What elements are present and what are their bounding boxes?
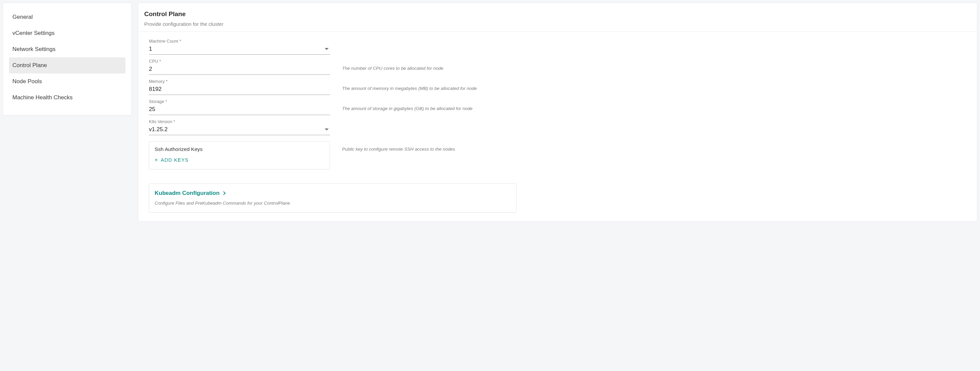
k8s-version-field: K8s Version * v1.25.2: [149, 119, 330, 135]
storage-label: Storage *: [149, 99, 330, 104]
cpu-hint: The number of CPU cores to be allocated …: [342, 66, 966, 75]
sidebar: General vCenter Settings Network Setting…: [3, 3, 132, 115]
page-title: Control Plane: [144, 10, 971, 18]
sidebar-item-control-plane[interactable]: Control Plane: [9, 57, 126, 73]
chevron-down-icon: [325, 129, 329, 131]
add-keys-button[interactable]: + Add Keys: [154, 157, 188, 163]
form-row-machine-count: Machine Count * 1: [149, 38, 966, 55]
sidebar-item-label: Control Plane: [13, 62, 47, 68]
sidebar-item-general[interactable]: General: [9, 9, 126, 25]
machine-count-label: Machine Count *: [149, 38, 330, 44]
machine-count-field: Machine Count * 1: [149, 38, 330, 55]
memory-label: Memory *: [149, 79, 330, 84]
ssh-title: Ssh Authorized Keys: [154, 146, 324, 152]
storage-input[interactable]: [149, 106, 330, 113]
storage-field: Storage *: [149, 99, 330, 115]
plus-icon: +: [154, 157, 158, 163]
chevron-right-icon: [222, 191, 225, 195]
sidebar-item-vcenter-settings[interactable]: vCenter Settings: [9, 25, 126, 41]
sidebar-item-machine-health-checks[interactable]: Machine Health Checks: [9, 89, 126, 106]
sidebar-item-label: Network Settings: [13, 46, 56, 53]
form-row-cpu: CPU * The number of CPU cores to be allo…: [149, 59, 966, 75]
form-row-k8s-version: K8s Version * v1.25.2: [149, 119, 966, 135]
cpu-input[interactable]: [149, 66, 330, 72]
sidebar-item-label: General: [13, 14, 33, 20]
cpu-field: CPU *: [149, 59, 330, 75]
memory-field: Memory *: [149, 79, 330, 95]
ssh-hint: Public key to configure remote SSH acces…: [342, 141, 966, 156]
sidebar-item-label: vCenter Settings: [13, 30, 55, 36]
kubeadm-desc: Configure Files and PreKubeadm Commands …: [154, 201, 511, 205]
sidebar-list: General vCenter Settings Network Setting…: [3, 9, 132, 106]
machine-count-value: 1: [149, 46, 325, 53]
main-header: Control Plane Provide configuration for …: [138, 3, 977, 32]
memory-hint: The amount of memory in megabytes (MB) t…: [342, 86, 966, 95]
cpu-label: CPU *: [149, 59, 330, 64]
k8s-version-select[interactable]: v1.25.2: [149, 125, 330, 135]
sidebar-item-network-settings[interactable]: Network Settings: [9, 41, 126, 57]
k8s-version-value: v1.25.2: [149, 126, 325, 133]
k8s-version-label: K8s Version *: [149, 119, 330, 124]
ssh-card: Ssh Authorized Keys + Add Keys: [149, 141, 330, 169]
kubeadm-title-label: Kubeadm Configuration: [154, 190, 220, 197]
form-row-memory: Memory * The amount of memory in megabyt…: [149, 79, 966, 95]
page-subtitle: Provide configuration for the cluster: [144, 21, 971, 27]
form-row-kubeadm: Kubeadm Configuration Configure Files an…: [149, 183, 966, 213]
storage-hint: The amount of storage in gigabytes (GB) …: [342, 106, 966, 115]
form-body: Machine Count * 1 CPU * The number of CP…: [138, 32, 977, 221]
kubeadm-toggle[interactable]: Kubeadm Configuration: [154, 190, 225, 197]
sidebar-item-label: Machine Health Checks: [13, 94, 73, 100]
form-row-ssh-keys: Ssh Authorized Keys + Add Keys Public ke…: [149, 141, 966, 169]
memory-input[interactable]: [149, 86, 330, 92]
add-keys-label: Add Keys: [161, 157, 189, 163]
sidebar-item-label: Node Pools: [13, 78, 42, 84]
sidebar-item-node-pools[interactable]: Node Pools: [9, 73, 126, 89]
main-panel: Control Plane Provide configuration for …: [138, 3, 977, 222]
form-row-storage: Storage * The amount of storage in gigab…: [149, 99, 966, 115]
kubeadm-card: Kubeadm Configuration Configure Files an…: [149, 183, 517, 213]
chevron-down-icon: [325, 48, 329, 50]
machine-count-select[interactable]: 1: [149, 44, 330, 55]
